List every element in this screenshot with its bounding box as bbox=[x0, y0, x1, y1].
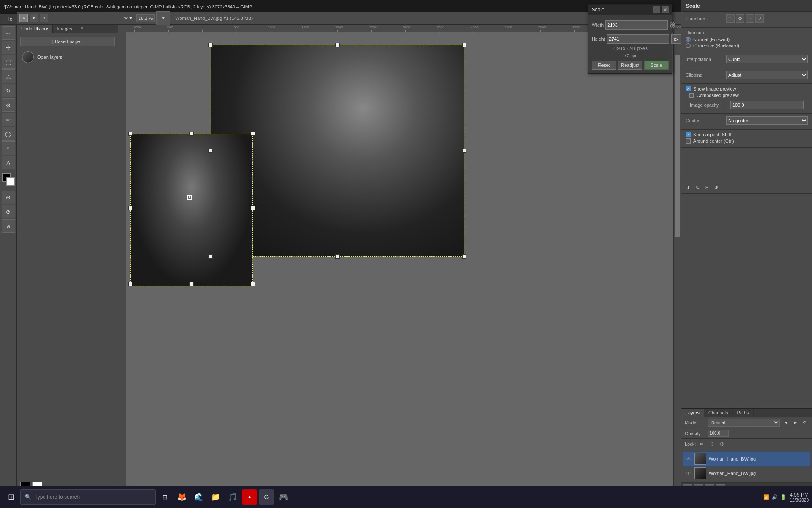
tool-scale[interactable]: ⊗ bbox=[2, 98, 15, 112]
taskbar-task-view[interactable]: ⊟ bbox=[157, 489, 173, 505]
reset-button[interactable]: Reset bbox=[592, 61, 616, 70]
main-image-small[interactable] bbox=[130, 134, 253, 286]
scale-dialog-minimize[interactable]: − bbox=[653, 6, 660, 13]
mode-select[interactable]: Normal Multiply Screen Overlay bbox=[708, 419, 780, 427]
layers-icon-1[interactable]: ⬇ bbox=[684, 183, 692, 192]
transform-handle-br[interactable] bbox=[462, 254, 466, 259]
transform-handle-small-bl[interactable] bbox=[128, 282, 132, 286]
around-center-checkbox[interactable] bbox=[686, 138, 691, 144]
lock-all[interactable]: ⛒ bbox=[718, 440, 726, 448]
opacity-input[interactable] bbox=[708, 430, 729, 437]
taskbar-game[interactable]: 🎮 bbox=[276, 489, 291, 505]
guides-select[interactable]: No guides Center Rule of thirds bbox=[726, 116, 808, 125]
show-preview-checkbox[interactable] bbox=[686, 86, 691, 91]
transform-icon-1[interactable]: ⬚ bbox=[726, 14, 735, 23]
lock-pixels[interactable]: ✏ bbox=[697, 440, 706, 448]
scale-button[interactable]: Scale bbox=[644, 61, 669, 70]
height-input[interactable] bbox=[607, 34, 669, 44]
layers-icon-3[interactable]: ✕ bbox=[702, 183, 711, 192]
tool-option-reset[interactable]: ↺ bbox=[40, 14, 48, 22]
tool-heal[interactable]: ⊘ bbox=[2, 205, 15, 218]
tool-text[interactable]: A bbox=[2, 156, 15, 169]
mode-reset[interactable]: ↺ bbox=[800, 418, 809, 427]
transform-icon-3[interactable]: ↔ bbox=[746, 14, 754, 23]
normal-direction-radio[interactable] bbox=[686, 37, 691, 42]
transform-handle-small-bm[interactable] bbox=[189, 282, 194, 286]
start-button[interactable]: ⊞ bbox=[3, 489, 19, 505]
zoom-unit-selector[interactable]: px ▼ bbox=[122, 11, 134, 25]
mode-prev[interactable]: ◀ bbox=[782, 418, 790, 427]
transform-handle-small-tl[interactable] bbox=[128, 132, 132, 136]
open-layers-item[interactable]: Open layers bbox=[20, 50, 115, 65]
keep-aspect-checkbox[interactable] bbox=[686, 132, 691, 137]
layer-row-0[interactable]: 👁 Woman_Hand_BW.jpg bbox=[683, 452, 810, 466]
tool-option-bg[interactable]: ▼ bbox=[30, 14, 38, 22]
tool-flip[interactable]: ⌖ bbox=[2, 141, 15, 155]
transform-icon-4[interactable]: ↗ bbox=[755, 14, 764, 23]
tab-layers[interactable]: Layers bbox=[681, 409, 704, 417]
scale-dialog-close[interactable]: ✕ bbox=[662, 6, 669, 13]
layer-row-1[interactable]: 👁 Woman_Hand_BW.jpg bbox=[683, 466, 810, 480]
canvas-viewport[interactable] bbox=[126, 32, 681, 488]
taskbar-gimp[interactable]: G bbox=[259, 489, 274, 505]
panel-close-button[interactable]: ✕ bbox=[79, 25, 85, 31]
composited-preview-checkbox[interactable] bbox=[689, 93, 694, 98]
taskbar-edge[interactable]: 🌊 bbox=[191, 489, 206, 505]
vertical-scrollbar[interactable] bbox=[673, 32, 681, 488]
tool-move[interactable]: ✢ bbox=[2, 41, 15, 54]
mode-next[interactable]: ▶ bbox=[791, 418, 799, 427]
normal-direction-row[interactable]: Normal (Forward) bbox=[686, 37, 808, 42]
transform-handle-small-tr[interactable] bbox=[251, 132, 255, 136]
show-preview-row[interactable]: Show image preview bbox=[686, 86, 808, 91]
foreground-color-box[interactable] bbox=[2, 173, 15, 186]
corrective-direction-row[interactable]: Corrective (Backward) bbox=[686, 43, 808, 48]
layers-icon-4[interactable]: ↺ bbox=[712, 183, 720, 192]
tool-select[interactable]: ⊹ bbox=[2, 26, 15, 40]
tool-perspective[interactable]: ◯ bbox=[2, 127, 15, 141]
composited-preview-row[interactable]: Composited preview bbox=[686, 93, 808, 98]
transform-handle-small-ml[interactable] bbox=[128, 206, 132, 210]
transform-handle-ml[interactable] bbox=[208, 149, 213, 153]
around-center-row[interactable]: Around center (Ctrl) bbox=[686, 138, 808, 144]
keep-aspect-row[interactable]: Keep aspect (Shift) bbox=[686, 132, 808, 137]
readjust-button[interactable]: Readjust bbox=[618, 61, 642, 70]
tool-zoom[interactable]: ⬚ bbox=[2, 55, 15, 69]
corrective-direction-radio[interactable] bbox=[686, 43, 691, 48]
transform-handle-tr[interactable] bbox=[462, 43, 466, 47]
transform-handle-small-mr[interactable] bbox=[251, 206, 255, 210]
tool-crop[interactable]: △ bbox=[2, 69, 15, 83]
interpolation-select[interactable]: Cubic Linear None NoHalo LoHalo bbox=[726, 55, 808, 64]
tool-brush[interactable]: ⊕ bbox=[2, 190, 15, 204]
tool-dodge[interactable]: ⌀ bbox=[2, 219, 15, 233]
vscroll-thumb[interactable] bbox=[675, 55, 680, 237]
zoom-dropdown[interactable]: ▼ bbox=[156, 11, 170, 25]
transform-handle-tl[interactable] bbox=[208, 43, 213, 47]
transform-handle-bm[interactable] bbox=[335, 254, 340, 259]
lock-position[interactable]: ✢ bbox=[708, 440, 716, 448]
image-opacity-input[interactable] bbox=[730, 101, 804, 109]
layers-icon-2[interactable]: ↻ bbox=[693, 183, 702, 192]
tab-paths[interactable]: Paths bbox=[733, 409, 754, 417]
tab-undo-history[interactable]: Undo History bbox=[17, 25, 53, 33]
transform-handle-small-br[interactable] bbox=[251, 282, 255, 286]
tool-rotate[interactable]: ↻ bbox=[2, 84, 15, 97]
transform-center[interactable] bbox=[187, 195, 192, 200]
menu-item-file[interactable]: File bbox=[0, 14, 16, 24]
transform-handle-tm[interactable] bbox=[335, 43, 340, 47]
width-input[interactable] bbox=[605, 20, 668, 30]
transform-handle-bl[interactable] bbox=[208, 254, 213, 259]
tool-shear[interactable]: ✏ bbox=[2, 113, 15, 126]
layer-visibility-0[interactable]: 👁 bbox=[685, 456, 692, 462]
clipping-select[interactable]: Adjust Clip Crop to result Crop with asp… bbox=[726, 71, 808, 79]
transform-handle-small-tm[interactable] bbox=[189, 132, 194, 136]
transform-icon-2[interactable]: ⟳ bbox=[736, 14, 744, 23]
layer-visibility-1[interactable]: 👁 bbox=[685, 470, 692, 477]
transform-handle-mr[interactable] bbox=[462, 149, 466, 153]
tool-option-fg[interactable]: A bbox=[19, 14, 28, 22]
tab-images[interactable]: Images bbox=[53, 25, 77, 33]
taskbar-firefox[interactable]: 🦊 bbox=[174, 489, 189, 505]
tab-channels[interactable]: Channels bbox=[704, 409, 732, 417]
taskbar-search[interactable]: 🔍 Type here to search bbox=[20, 489, 156, 505]
taskbar-media[interactable]: 🎵 bbox=[225, 489, 240, 505]
taskbar-app1[interactable]: ● bbox=[242, 489, 257, 505]
